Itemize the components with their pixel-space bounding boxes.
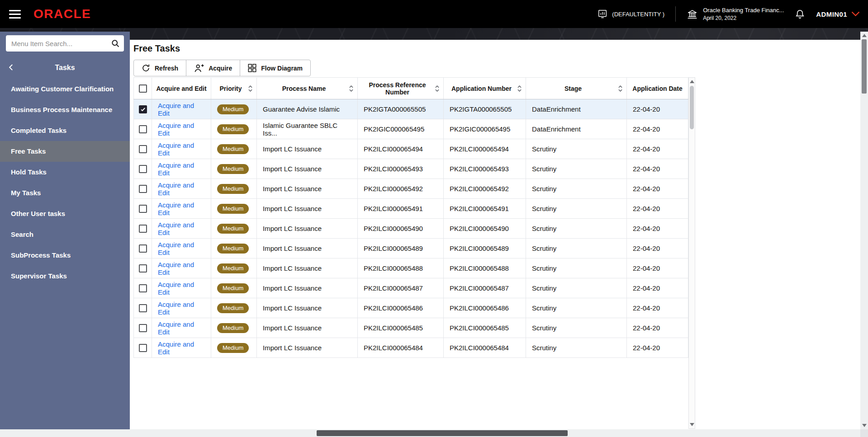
refresh-button[interactable]: Refresh [133,60,186,76]
acquire-and-edit-link[interactable]: Acquire and Edit [158,161,194,177]
sidebar-item-supervisor-tasks[interactable]: Supervisor Tasks [0,266,130,287]
page-vertical-scrollbar-thumb[interactable] [862,39,867,94]
row-select-checkbox[interactable] [139,344,147,352]
process-reference-number-cell: PK2ILCI000065492 [358,179,444,199]
user-menu[interactable]: ADMIN01 [816,10,860,18]
row-select-checkbox[interactable] [139,205,147,213]
sidebar-item-completed-tasks[interactable]: Completed Tasks [0,120,130,141]
action-cell: Acquire and Edit [152,99,211,119]
stage-cell: DataEnrichment [526,99,627,119]
row-select-checkbox[interactable] [139,284,147,292]
bank-icon [687,9,698,20]
column-header-process-reference-number[interactable]: Process Reference Number [358,78,444,99]
priority-cell: Medium [211,258,257,278]
page-vertical-scrollbar[interactable] [860,32,868,429]
chevron-left-icon[interactable] [7,63,15,71]
hamburger-menu-icon[interactable] [9,10,21,19]
action-cell: Acquire and Edit [152,179,211,199]
menu-search-input[interactable] [6,35,124,52]
acquire-and-edit-link[interactable]: Acquire and Edit [158,261,194,276]
row-select-checkbox[interactable] [139,125,147,133]
free-tasks-table-area: Acquire and EditPriorityProcess NameProc… [133,77,860,429]
select-cell [134,298,152,318]
acquire-and-edit-link[interactable]: Acquire and Edit [158,141,194,157]
sidebar-item-other-user-tasks[interactable]: Other User tasks [0,203,130,224]
column-header-priority[interactable]: Priority [211,78,257,99]
application-number-cell: PK2IGTA000065505 [444,99,526,119]
refresh-label: Refresh [155,65,178,72]
scroll-down-arrow-icon[interactable] [690,423,694,426]
sidebar-nav: Awaiting Customer ClarificationBusiness … [0,79,130,287]
row-select-checkbox[interactable] [139,105,147,113]
page-scroll-up-arrow-icon[interactable] [862,34,867,37]
table-row: Acquire and EditMediumImport LC Issuance… [134,239,688,258]
notifications-bell-icon[interactable] [795,9,805,19]
process-reference-number-cell: PK2ILCI000065493 [358,159,444,179]
select-all-checkbox[interactable] [139,85,147,93]
acquire-and-edit-link[interactable]: Acquire and Edit [158,122,194,137]
table-row: Acquire and EditMediumImport LC Issuance… [134,219,688,239]
row-select-checkbox[interactable] [139,304,147,312]
application-number-cell: PK2IGIC000065495 [444,119,526,139]
priority-badge: Medium [217,303,249,313]
scroll-up-arrow-icon[interactable] [690,80,694,83]
page-body: Tasks Awaiting Customer ClarificationBus… [0,28,868,429]
process-name-cell: Import LC Issuance [257,258,358,278]
sidebar-item-my-tasks[interactable]: My Tasks [0,183,130,203]
column-header-stage[interactable]: Stage [526,78,627,99]
sidebar-item-business-process-maintenance[interactable]: Business Process Maintenance [0,99,130,120]
acquire-and-edit-link[interactable]: Acquire and Edit [158,281,194,296]
sidebar-item-free-tasks[interactable]: Free Tasks [0,141,130,162]
flow-diagram-button[interactable]: Flow Diagram [240,60,311,76]
priority-badge: Medium [217,184,249,194]
acquire-and-edit-link[interactable]: Acquire and Edit [158,340,194,356]
priority-cell: Medium [211,159,257,179]
select-cell [134,139,152,159]
acquire-and-edit-link[interactable]: Acquire and Edit [158,221,194,236]
application-number-cell: PK2ILCI000065487 [444,278,526,298]
main-content: Free Tasks Refresh Acquir [130,40,860,429]
sort-icon[interactable] [435,85,440,93]
sort-icon[interactable] [349,85,354,93]
column-header-process-name[interactable]: Process Name [257,78,358,99]
sort-icon[interactable] [517,85,522,93]
table-vertical-scrollbar[interactable] [688,77,695,429]
acquire-and-edit-link[interactable]: Acquire and Edit [158,201,194,216]
column-header-application-number[interactable]: Application Number [444,78,526,99]
acquire-and-edit-link[interactable]: Acquire and Edit [158,102,194,117]
acquire-and-edit-link[interactable]: Acquire and Edit [158,301,194,316]
page-horizontal-scrollbar[interactable] [0,429,868,437]
application-info: Oracle Banking Trade Financ... April 20,… [687,7,784,21]
entity-selector[interactable]: (DEFAULTENTITY ) [598,9,664,19]
sidebar-item-hold-tasks[interactable]: Hold Tasks [0,162,130,183]
row-select-checkbox[interactable] [139,264,147,273]
priority-badge: Medium [217,263,249,273]
application-date-cell: 22-04-20 [627,159,688,179]
row-select-checkbox[interactable] [139,165,147,173]
row-select-checkbox[interactable] [139,225,147,233]
acquire-and-edit-link[interactable]: Acquire and Edit [158,181,194,197]
row-select-checkbox[interactable] [139,244,147,253]
acquire-button[interactable]: Acquire [186,60,240,76]
application-number-cell: PK2ILCI000065491 [444,199,526,219]
page-horizontal-scrollbar-thumb[interactable] [317,430,568,436]
application-number-cell: PK2ILCI000065490 [444,219,526,239]
acquire-and-edit-link[interactable]: Acquire and Edit [158,320,194,336]
page-scroll-down-arrow-icon[interactable] [862,424,867,427]
sidebar-item-search[interactable]: Search [0,224,130,245]
priority-cell: Medium [211,338,257,358]
acquire-and-edit-link[interactable]: Acquire and Edit [158,241,194,256]
row-select-checkbox[interactable] [139,185,147,193]
search-icon[interactable] [111,39,120,48]
chevron-down-icon [851,11,860,17]
row-select-checkbox[interactable] [139,145,147,153]
sidebar-item-subprocess-tasks[interactable]: SubProcess Tasks [0,245,130,266]
table-scrollbar-thumb[interactable] [690,86,694,129]
sidebar-item-awaiting-customer-clarification[interactable]: Awaiting Customer Clarification [0,79,130,99]
priority-cell: Medium [211,99,257,119]
column-label: Application Date [632,85,682,92]
row-select-checkbox[interactable] [139,324,147,332]
sort-icon[interactable] [618,85,623,93]
page-title: Free Tasks [133,43,860,55]
sort-icon[interactable] [248,85,253,93]
